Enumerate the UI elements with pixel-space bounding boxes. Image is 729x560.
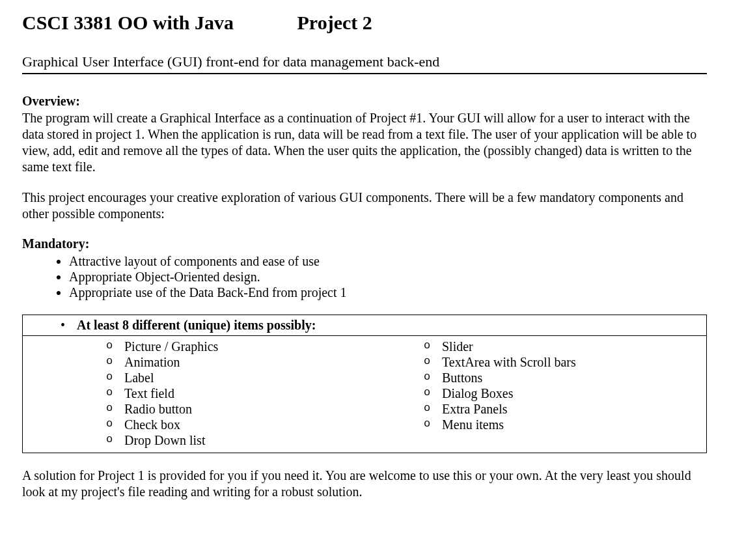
items-box-header-text: At least 8 different (unique) items poss… xyxy=(77,318,316,332)
list-item: Extra Panels xyxy=(419,402,706,417)
overview-heading: Overview: xyxy=(22,94,707,109)
mandatory-list: Attractive layout of components and ease… xyxy=(22,254,707,300)
overview-paragraph-2: This project encourages your creative ex… xyxy=(22,189,707,222)
list-item: TextArea with Scroll bars xyxy=(419,355,706,370)
list-item: Text field xyxy=(101,386,406,401)
items-column-left: Picture / Graphics Animation Label Text … xyxy=(23,339,406,449)
list-item: Picture / Graphics xyxy=(101,339,406,354)
list-item: Drop Down list xyxy=(101,433,406,448)
project-title: Project 2 xyxy=(297,12,372,33)
document-subtitle: Graphical User Interface (GUI) front-end… xyxy=(22,53,707,74)
bullet-icon: • xyxy=(61,318,74,333)
list-item: Buttons xyxy=(419,371,706,385)
list-item: Check box xyxy=(101,417,406,432)
list-item: Radio button xyxy=(101,402,406,417)
mandatory-heading: Mandatory: xyxy=(22,236,707,251)
items-list-left: Picture / Graphics Animation Label Text … xyxy=(101,339,406,448)
items-box: • At least 8 different (unique) items po… xyxy=(22,315,707,453)
list-item: Animation xyxy=(101,355,406,370)
list-item: Appropriate Object-Oriented design. xyxy=(69,270,707,285)
list-item: Appropriate use of the Data Back-End fro… xyxy=(69,285,707,300)
list-item: Dialog Boxes xyxy=(419,386,706,401)
items-box-header: • At least 8 different (unique) items po… xyxy=(23,315,706,336)
items-columns: Picture / Graphics Animation Label Text … xyxy=(23,336,706,453)
document-title: CSCI 3381 OO with Java Project 2 xyxy=(22,12,707,34)
list-item: Attractive layout of components and ease… xyxy=(69,254,707,269)
items-list-right: Slider TextArea with Scroll bars Buttons… xyxy=(419,339,706,432)
list-item: Label xyxy=(101,371,406,385)
list-item: Menu items xyxy=(419,417,706,432)
items-column-right: Slider TextArea with Scroll bars Buttons… xyxy=(406,339,706,449)
list-item: Slider xyxy=(419,339,706,354)
document-page: CSCI 3381 OO with Java Project 2 Graphic… xyxy=(0,0,729,500)
footer-paragraph: A solution for Project 1 is provided for… xyxy=(22,468,707,500)
course-title: CSCI 3381 OO with Java xyxy=(22,12,234,33)
overview-paragraph-1: The program will create a Graphical Inte… xyxy=(22,110,707,175)
